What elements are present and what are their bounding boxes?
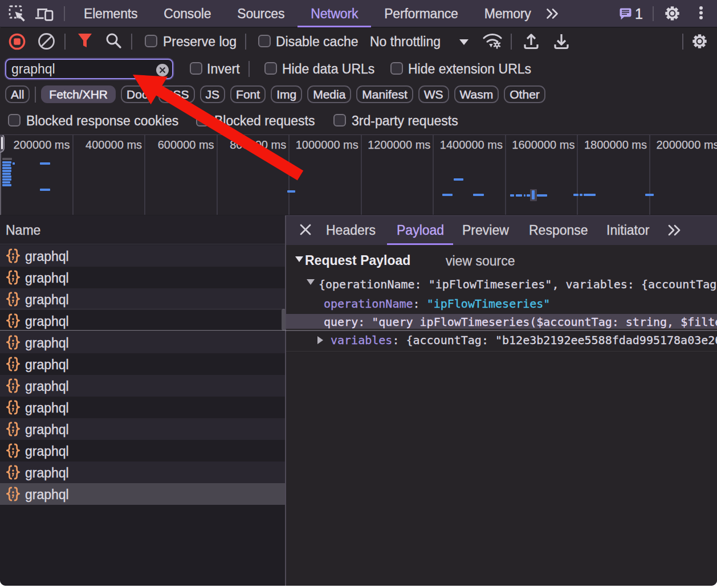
disable-cache-checkbox[interactable] xyxy=(258,35,271,47)
filter-toggle-icon[interactable] xyxy=(78,32,92,50)
tab-performance[interactable]: Performance xyxy=(371,0,471,27)
waterfall-bar xyxy=(2,178,11,181)
network-toolbar: Preserve log Disable cache No throttling xyxy=(0,28,717,55)
hide-extension-urls-checkbox[interactable] xyxy=(390,62,403,75)
network-conditions-icon[interactable] xyxy=(482,32,502,51)
waterfall-bar xyxy=(524,194,525,197)
record-button[interactable] xyxy=(9,33,26,50)
filter-input[interactable]: graphql xyxy=(5,59,173,79)
chip-css[interactable]: CSS xyxy=(158,85,194,103)
json-braces-icon xyxy=(6,357,20,371)
blocked-requests-checkbox[interactable] xyxy=(196,114,209,126)
request-row[interactable]: graphql xyxy=(0,418,285,440)
payload-preview-line[interactable]: {operationName: "ipFlowTimeseries", vari… xyxy=(319,277,716,291)
hide-data-urls-checkbox[interactable] xyxy=(264,62,277,75)
waterfall-bar xyxy=(2,164,11,166)
chip-all[interactable]: All xyxy=(5,85,30,103)
request-row[interactable]: graphql xyxy=(0,332,285,353)
request-row[interactable]: graphql xyxy=(0,440,285,462)
name-column-header[interactable]: Name xyxy=(6,223,40,238)
chip-js[interactable]: JS xyxy=(200,85,226,103)
chip-font[interactable]: Font xyxy=(230,85,266,103)
screenshot-seam-line xyxy=(0,330,717,331)
chip-media[interactable]: Media xyxy=(307,85,351,103)
chip-fetch-xhr[interactable]: Fetch/XHR xyxy=(41,85,116,103)
preserve-log-checkbox[interactable] xyxy=(145,35,157,47)
details-tab-initiator[interactable]: Initiator xyxy=(606,215,649,245)
payload-query-line[interactable]: query: "query ipFlowTimeseries($accountT… xyxy=(324,315,717,329)
json-braces-icon xyxy=(6,248,20,263)
blocked-requests-label[interactable]: Blocked requests xyxy=(214,113,315,129)
request-payload-collapse-icon[interactable] xyxy=(295,256,303,262)
tab-elements[interactable]: Elements xyxy=(71,0,150,27)
json-braces-icon xyxy=(6,313,20,328)
more-tabs-button[interactable] xyxy=(544,0,559,27)
chip-other[interactable]: Other xyxy=(504,85,545,103)
details-tab-payload[interactable]: Payload xyxy=(397,215,444,245)
requests-table-header[interactable]: Name xyxy=(0,215,285,244)
tab-console[interactable]: Console xyxy=(150,0,224,27)
chip-ws[interactable]: WS xyxy=(418,85,449,103)
network-settings-gear-icon[interactable] xyxy=(691,32,708,50)
filter-row: graphql Invert Hide data URLs Hide exten… xyxy=(0,55,717,83)
request-row[interactable]: graphql xyxy=(0,288,285,310)
network-filters-row: Blocked response cookies Blocked request… xyxy=(0,108,717,134)
view-source-link[interactable]: view source xyxy=(446,254,515,269)
blocked-response-cookies-label[interactable]: Blocked response cookies xyxy=(26,113,178,129)
details-tab-headers[interactable]: Headers xyxy=(326,215,376,245)
details-tab-preview[interactable]: Preview xyxy=(462,215,509,245)
tab-sources[interactable]: Sources xyxy=(224,0,298,27)
hide-data-urls-label[interactable]: Hide data URLs xyxy=(282,62,374,77)
inspect-element-icon[interactable] xyxy=(8,5,26,23)
kebab-menu-icon[interactable] xyxy=(698,6,716,24)
export-har-icon[interactable] xyxy=(552,33,571,50)
chip-manifest[interactable]: Manifest xyxy=(356,85,413,103)
invert-checkbox[interactable] xyxy=(190,62,202,75)
blocked-response-cookies-checkbox[interactable] xyxy=(8,114,21,126)
payload-separator-line xyxy=(286,351,717,352)
network-overview-timeline[interactable]: 200000 ms400000 ms600000 ms800000 ms1000… xyxy=(0,134,717,215)
toolbar-separator-2 xyxy=(131,34,132,50)
hide-extension-urls-label[interactable]: Hide extension URLs xyxy=(408,62,531,77)
request-row[interactable]: graphql xyxy=(0,483,285,505)
chip-doc[interactable]: Doc xyxy=(121,85,153,103)
disable-cache-label[interactable]: Disable cache xyxy=(276,34,358,50)
more-details-tabs-icon[interactable] xyxy=(667,224,682,236)
request-row[interactable]: graphql xyxy=(0,310,285,332)
tab-memory[interactable]: Memory xyxy=(471,0,544,27)
row-separator-line xyxy=(0,309,285,309)
details-tab-response[interactable]: Response xyxy=(529,215,588,245)
waterfall-bar xyxy=(645,194,654,196)
invert-label[interactable]: Invert xyxy=(207,62,240,77)
chip-wasm[interactable]: Wasm xyxy=(454,85,499,103)
waterfall-bar xyxy=(537,194,547,197)
request-row[interactable]: graphql xyxy=(0,353,285,375)
request-row[interactable]: graphql xyxy=(0,375,285,397)
import-har-icon[interactable] xyxy=(522,33,540,50)
request-row[interactable]: graphql xyxy=(0,267,285,288)
third-party-requests-label[interactable]: 3rd-party requests xyxy=(352,113,458,129)
device-toolbar-icon[interactable] xyxy=(34,5,52,23)
request-row[interactable]: graphql xyxy=(0,245,285,267)
request-row[interactable]: graphql xyxy=(0,397,285,418)
preserve-log-label[interactable]: Preserve log xyxy=(163,34,237,50)
tab-network[interactable]: Network xyxy=(298,0,371,27)
payload-root-collapse-icon[interactable] xyxy=(307,279,315,285)
payload-operation-line[interactable]: operationName: "ipFlowTimeseries" xyxy=(324,297,550,311)
payload-variables-line[interactable]: variables: {accountTag: "b12e3b2192ee558… xyxy=(331,333,717,347)
overview-resize-grip[interactable] xyxy=(0,134,5,153)
variables-expand-icon[interactable] xyxy=(317,336,323,344)
search-icon[interactable] xyxy=(105,32,122,50)
throttling-select[interactable]: No throttling xyxy=(370,34,441,50)
third-party-requests-checkbox[interactable] xyxy=(333,114,346,126)
waterfall-bar xyxy=(584,194,596,196)
clear-filter-icon[interactable] xyxy=(156,64,169,76)
chip-img[interactable]: Img xyxy=(271,85,302,103)
issues-count[interactable]: 1 xyxy=(635,0,643,27)
clear-button[interactable] xyxy=(38,32,55,50)
close-details-icon[interactable] xyxy=(299,223,312,236)
throttling-dropdown-arrow[interactable] xyxy=(459,39,469,45)
request-row[interactable]: graphql xyxy=(0,462,285,483)
request-name: graphql xyxy=(25,466,69,481)
settings-gear-icon[interactable] xyxy=(663,5,682,23)
